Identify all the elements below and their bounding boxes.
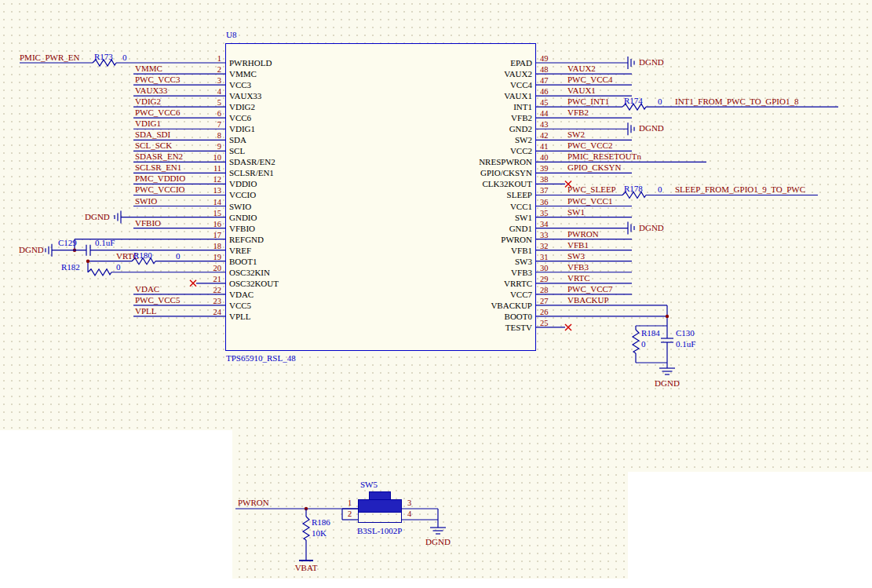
- resistor-ref[interactable]: R184: [641, 328, 660, 338]
- pin-number: 46: [540, 86, 549, 97]
- switch-part[interactable]: B3SL-1002P: [357, 526, 402, 536]
- capacitor-ref[interactable]: C129: [58, 238, 77, 248]
- net-label[interactable]: PWC_VCC6: [135, 108, 180, 118]
- net-label[interactable]: SCL_SCK: [135, 141, 172, 151]
- no-connect-marker[interactable]: [565, 324, 571, 331]
- pin-number: 43: [540, 119, 549, 130]
- net-label[interactable]: VBACKUP: [567, 295, 609, 305]
- net-label[interactable]: SCLSR_EN1: [135, 163, 181, 173]
- net-label[interactable]: VFBIO: [135, 218, 161, 228]
- resistor-ref[interactable]: R186: [312, 517, 330, 528]
- capacitor-ref[interactable]: C130: [676, 328, 695, 338]
- net-label[interactable]: PWC_VCC2: [567, 141, 612, 151]
- net-label[interactable]: PWC_VCCIO: [135, 184, 185, 195]
- net-label[interactable]: VMMC: [135, 64, 162, 74]
- net-label[interactable]: VAUX33: [135, 86, 167, 96]
- no-connect-marker[interactable]: [565, 324, 571, 331]
- pin-name: VFBIO: [229, 224, 255, 234]
- net-label[interactable]: PMC_VDDIO: [135, 173, 185, 184]
- net-label[interactable]: SDASR_EN2: [135, 152, 183, 162]
- net-label[interactable]: VPLL: [135, 306, 157, 316]
- net-label[interactable]: VDIG1: [135, 119, 161, 129]
- switch-body[interactable]: [358, 499, 402, 513]
- pin-name: SLEEP: [416, 190, 532, 200]
- net-label[interactable]: PWC_INT1: [567, 97, 609, 107]
- net-label[interactable]: VDIG2: [135, 97, 161, 107]
- resistor-value[interactable]: 0: [116, 262, 121, 272]
- net-label[interactable]: SLEEP_FROM_GPIO1_9_TO_PWC: [675, 184, 805, 195]
- net-label[interactable]: DGND: [639, 57, 664, 68]
- net-label[interactable]: SW2: [567, 130, 585, 140]
- resistor-symbol[interactable]: [303, 517, 309, 540]
- pin-name: SWIO: [229, 202, 251, 212]
- net-label[interactable]: PWC_VCC4: [567, 75, 612, 85]
- resistor-symbol[interactable]: [633, 330, 639, 353]
- net-label[interactable]: PWC_VCC5: [135, 295, 180, 305]
- resistor-ref[interactable]: R178: [624, 184, 643, 194]
- net-label[interactable]: VFB2: [567, 108, 589, 118]
- switch-ref[interactable]: SW5: [360, 480, 378, 490]
- net-label[interactable]: DGND: [639, 123, 664, 133]
- pin-name: SCLSR/EN1: [229, 168, 274, 178]
- net-label[interactable]: PWC_VCC7: [567, 284, 612, 294]
- net-label[interactable]: VAUX2: [567, 64, 596, 74]
- switch-button[interactable]: [369, 491, 391, 500]
- resistor-value[interactable]: 10K: [312, 528, 327, 539]
- pin-number: 12: [198, 174, 221, 184]
- pin-number: 1: [348, 498, 352, 508]
- net-label[interactable]: SDA_SDI: [135, 130, 170, 140]
- resistor-value[interactable]: 0: [658, 184, 662, 195]
- resistor-value[interactable]: 0: [658, 97, 662, 107]
- pin-number: 2: [198, 64, 221, 75]
- net-label[interactable]: PWC_VCC3: [135, 75, 180, 85]
- net-label[interactable]: VFB1: [567, 240, 589, 250]
- net-label[interactable]: GPIO_CKSYN: [567, 163, 621, 173]
- net-label[interactable]: SW3: [567, 251, 585, 261]
- pin-name: OSC32KOUT: [229, 279, 279, 289]
- net-label[interactable]: PWRON: [567, 229, 599, 239]
- pin-number: 38: [540, 174, 549, 184]
- net-label[interactable]: VDAC: [135, 284, 159, 294]
- resistor-ref[interactable]: R182: [61, 262, 80, 272]
- capacitor-value[interactable]: 0.1uF: [95, 238, 115, 248]
- net-label[interactable]: VAUX1: [567, 86, 596, 96]
- net-label[interactable]: DGND: [419, 537, 457, 547]
- pin-number: 37: [540, 185, 549, 195]
- ic-part-number[interactable]: TPS65910_RSL_48: [226, 353, 296, 363]
- net-label[interactable]: INT1_FROM_PWC_TO_GPIO1_8: [675, 97, 798, 107]
- ic-designator[interactable]: U8: [226, 30, 236, 40]
- pin-number: 29: [540, 274, 549, 284]
- pin-number: 5: [198, 97, 221, 108]
- net-label[interactable]: SW1: [567, 207, 585, 217]
- net-label[interactable]: VFB3: [567, 262, 589, 272]
- resistor-value[interactable]: 0: [176, 251, 181, 261]
- resistor-ref[interactable]: R174: [624, 96, 643, 106]
- net-label[interactable]: PWC_SLEEP: [567, 184, 616, 195]
- net-label[interactable]: SWIO: [135, 196, 157, 206]
- pin-name: GNDIO: [229, 213, 257, 223]
- resistor-symbol[interactable]: [88, 269, 111, 276]
- pin-name: VDDIO: [229, 179, 257, 189]
- net-label[interactable]: PWRON: [238, 498, 269, 508]
- capacitor-value[interactable]: 0.1uF: [676, 339, 695, 349]
- pin-name: GPIO/CKSYN: [416, 168, 532, 178]
- net-label[interactable]: DGND: [639, 223, 664, 233]
- net-label[interactable]: PMIC_PWR_EN: [20, 53, 79, 63]
- no-connect-marker[interactable]: [190, 280, 196, 287]
- power-port-label[interactable]: VBAT: [287, 563, 325, 573]
- pin-number: 21: [198, 274, 221, 284]
- net-label[interactable]: PWC_VCC1: [567, 196, 612, 206]
- net-label[interactable]: DGND: [19, 245, 44, 255]
- pin-name: VCC5: [229, 301, 251, 311]
- resistor-value[interactable]: 0: [122, 53, 127, 63]
- pin-name: SW3: [416, 257, 532, 267]
- no-connect-marker[interactable]: [190, 280, 196, 287]
- net-label[interactable]: PMIC_RESETOUTn: [567, 152, 641, 162]
- resistor-ref[interactable]: R173: [94, 52, 113, 62]
- net-label[interactable]: DGND: [648, 378, 686, 389]
- net-label[interactable]: VRTC: [567, 273, 590, 283]
- net-label[interactable]: DGND: [85, 212, 110, 222]
- resistor-ref[interactable]: R180: [133, 250, 152, 261]
- pin-name: VRRTC: [416, 279, 532, 289]
- resistor-value[interactable]: 0: [641, 339, 646, 349]
